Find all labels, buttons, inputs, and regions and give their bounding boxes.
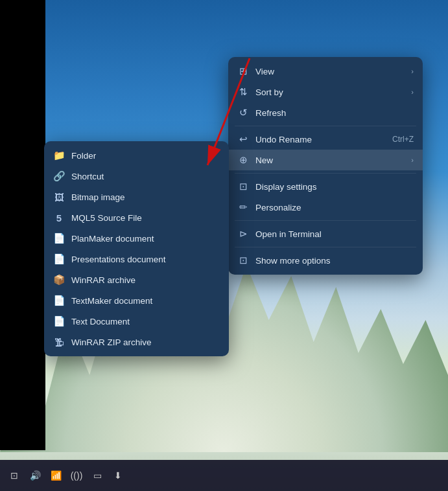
textmaker-label: TextMaker document (71, 296, 220, 306)
menu-item-planmaker[interactable]: 📄 PlanMaker document (44, 228, 229, 249)
menu-item-mql5[interactable]: 5 MQL5 Source File (44, 207, 229, 228)
planmaker-label: PlanMaker document (71, 234, 220, 244)
menu-item-bitmap[interactable]: 🖼 Bitmap image (44, 187, 229, 207)
separator-3 (235, 220, 416, 221)
winrar-label: WinRAR archive (71, 275, 220, 285)
sub-context-menu: 📁 Folder 🔗 Shortcut 🖼 Bitmap image 5 MQL… (44, 141, 229, 356)
taskbar: ⊡ 🔊 📶 (()) ▭ ⬇ (0, 460, 448, 491)
menu-item-undo[interactable]: ↩ Undo Rename Ctrl+Z (228, 129, 423, 150)
menu-item-textmaker[interactable]: 📄 TextMaker document (44, 290, 229, 311)
undo-label: Undo Rename (255, 135, 386, 144)
view-chevron: › (411, 67, 414, 75)
black-panel (0, 0, 45, 450)
winrar-icon: 📦 (53, 274, 65, 286)
folder-label: Folder (71, 151, 220, 161)
new-icon: ⊕ (237, 154, 249, 166)
new-chevron: › (411, 156, 414, 164)
more-label: Show more options (255, 256, 414, 266)
menu-item-view[interactable]: ⊞ View › (228, 61, 423, 82)
display-label: Display settings (255, 182, 414, 192)
personalize-label: Personalize (255, 203, 414, 212)
display-icon: ⊡ (237, 181, 249, 192)
taskbar-icon-4[interactable]: (()) (67, 466, 86, 485)
bitmap-icon: 🖼 (53, 191, 65, 203)
menu-item-winrarzip[interactable]: 🗜 WinRAR ZIP archive (44, 332, 229, 352)
refresh-label: Refresh (255, 108, 414, 118)
menu-item-presentations[interactable]: 📄 Presentations document (44, 249, 229, 269)
presentations-icon: 📄 (53, 253, 65, 265)
more-icon: ⊡ (237, 255, 249, 266)
main-context-menu: ⊞ View › ⇅ Sort by › ↺ Refresh ↩ Undo Re… (228, 57, 423, 275)
personalize-icon: ✏ (237, 201, 249, 213)
menu-item-terminal[interactable]: ⊳ Open in Terminal (228, 223, 423, 244)
separator-1 (235, 126, 416, 126)
bitmap-label: Bitmap image (71, 192, 220, 202)
menu-item-personalize[interactable]: ✏ Personalize (228, 197, 423, 218)
taskbar-icon-5[interactable]: ▭ (88, 466, 106, 485)
folder-icon: 📁 (53, 150, 65, 161)
planmaker-icon: 📄 (53, 233, 65, 244)
mql5-icon: 5 (53, 212, 65, 223)
sort-chevron: › (411, 88, 414, 96)
terminal-label: Open in Terminal (255, 229, 414, 239)
view-label: View (255, 67, 405, 76)
taskbar-icon-6[interactable]: ⬇ (109, 466, 127, 485)
textdoc-label: Text Document (71, 317, 220, 326)
mql5-label: MQL5 Source File (71, 213, 220, 223)
shortcut-label: Shortcut (71, 172, 220, 181)
taskbar-icon-3[interactable]: 📶 (47, 466, 65, 485)
undo-icon: ↩ (237, 133, 249, 145)
new-label: New (255, 155, 405, 165)
menu-item-textdoc[interactable]: 📄 Text Document (44, 311, 229, 332)
view-icon: ⊞ (237, 65, 249, 77)
sort-label: Sort by (255, 87, 405, 97)
menu-item-sort[interactable]: ⇅ Sort by › (228, 82, 423, 102)
menu-item-winrar[interactable]: 📦 WinRAR archive (44, 269, 229, 290)
menu-item-more[interactable]: ⊡ Show more options (228, 250, 423, 271)
textmaker-icon: 📄 (53, 295, 65, 306)
textdoc-icon: 📄 (53, 315, 65, 327)
shortcut-icon: 🔗 (53, 170, 65, 182)
presentations-label: Presentations document (71, 255, 220, 264)
menu-item-folder[interactable]: 📁 Folder (44, 145, 229, 166)
taskbar-icon-2[interactable]: 🔊 (26, 466, 44, 485)
menu-item-shortcut[interactable]: 🔗 Shortcut (44, 166, 229, 187)
separator-4 (235, 247, 416, 247)
sort-icon: ⇅ (237, 86, 249, 98)
menu-item-new[interactable]: ⊕ New › (228, 150, 423, 170)
menu-item-refresh[interactable]: ↺ Refresh (228, 102, 423, 123)
taskbar-icon-1[interactable]: ⊡ (5, 466, 23, 485)
refresh-icon: ↺ (237, 107, 249, 119)
separator-2 (235, 173, 416, 174)
terminal-icon: ⊳ (237, 228, 249, 240)
winrarzip-label: WinRAR ZIP archive (71, 337, 220, 347)
menu-item-display[interactable]: ⊡ Display settings (228, 176, 423, 197)
undo-shortcut: Ctrl+Z (392, 135, 414, 144)
winrarzip-icon: 🗜 (53, 336, 65, 348)
